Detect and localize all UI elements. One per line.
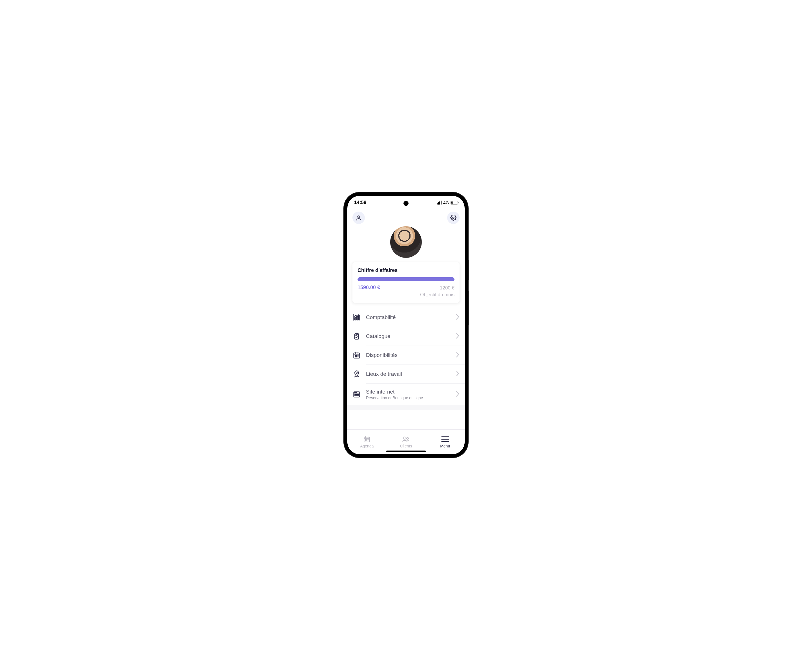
nav-label: Agenda [360,444,374,448]
gear-icon [450,215,456,221]
calendar-icon [353,351,361,359]
nav-label: Clients [400,444,412,448]
svg-point-12 [356,356,357,357]
svg-point-23 [365,440,366,441]
menu-label: Comptabilité [366,314,450,321]
menu-row-calendar[interactable]: Disponibilités [347,346,465,364]
person-icon [356,215,362,221]
revenue-target-block: 1200 € Objectif du mois [420,284,455,298]
avatar[interactable] [390,226,422,258]
chevron-right-icon [456,333,459,340]
svg-point-14 [356,372,357,373]
chevron-right-icon [456,391,459,398]
svg-rect-2 [355,318,356,320]
svg-point-20 [365,439,366,440]
nav-menu[interactable]: Menu [426,430,465,454]
menu-row-pin[interactable]: Lieux de travail [347,365,465,383]
revenue-card[interactable]: Chiffre d'affaires 1590.00 € 1200 € Obje… [353,262,459,303]
svg-point-0 [357,216,359,218]
nav-label: Menu [440,444,450,448]
browser-icon [353,390,361,399]
side-button [468,260,469,280]
profile-button[interactable] [353,212,365,224]
menu-label: Disponibilités [366,352,450,358]
svg-point-21 [366,439,367,440]
menu-text: Lieux de travail [366,371,450,377]
svg-point-9 [356,355,357,356]
menu-label: Catalogue [366,333,450,340]
menu-text: Catalogue [366,333,450,340]
agenda-icon [363,436,371,443]
chart-icon [353,313,361,322]
avatar-container [347,226,465,258]
revenue-progress-fill [357,277,455,281]
status-time: 14:58 [354,200,366,205]
menu-text: Comptabilité [366,314,450,321]
revenue-progress-track [357,277,455,281]
menu-row-browser[interactable]: Site internet Réservation et Boutique en… [347,384,465,405]
side-button [468,291,469,325]
clients-icon [402,436,410,443]
menu-label: Site internet [366,389,450,395]
menu-icon [441,436,449,443]
menu-row-clipboard[interactable]: Catalogue [347,327,465,346]
battery-icon: 22 [450,201,458,205]
svg-point-11 [355,356,356,357]
menu-text: Site internet Réservation et Boutique en… [366,389,450,400]
svg-point-8 [355,355,356,356]
svg-rect-3 [357,316,358,320]
screen: 14:58 4G 22 Chiffre d'affaires [347,196,465,454]
menu-row-chart[interactable]: Comptabilité [347,308,465,327]
revenue-values: 1590.00 € 1200 € Objectif du mois [357,284,455,298]
status-right: 4G 22 [437,200,458,205]
battery-level: 22 [451,202,453,204]
svg-point-13 [358,356,358,357]
pin-icon [353,370,361,378]
revenue-target: 1200 € [420,284,455,291]
section-spacer [347,405,465,410]
svg-point-25 [403,437,406,439]
phone-frame: 14:58 4G 22 Chiffre d'affaires [344,193,468,457]
menu-text: Disponibilités [366,352,450,358]
header-icons [347,210,465,224]
settings-button[interactable] [447,212,459,224]
menu-list: Comptabilité Catalogue Disponibilités Li… [347,308,465,430]
menu-label: Lieux de travail [366,371,450,377]
svg-point-1 [453,217,454,219]
revenue-card-title: Chiffre d'affaires [357,268,455,273]
svg-point-10 [358,355,358,356]
nav-agenda[interactable]: Agenda [347,430,386,454]
chevron-right-icon [456,314,459,321]
network-label: 4G [443,200,449,205]
camera-hole [403,201,409,206]
menu-sublabel: Réservation et Boutique en ligne [366,396,450,400]
chevron-right-icon [456,352,459,359]
chevron-right-icon [456,370,459,378]
signal-icon [437,200,441,205]
revenue-current: 1590.00 € [357,284,380,291]
revenue-target-label: Objectif du mois [420,291,455,298]
home-indicator[interactable] [386,451,426,452]
svg-point-22 [368,439,368,440]
clipboard-icon [353,332,361,341]
svg-point-26 [406,437,409,439]
svg-point-24 [366,440,367,441]
